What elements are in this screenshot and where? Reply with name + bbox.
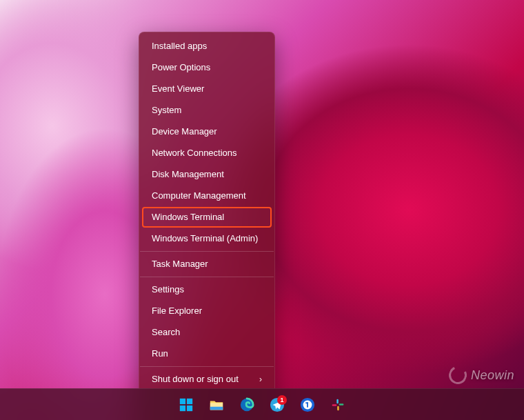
menu-item-system[interactable]: System — [142, 100, 272, 121]
svg-rect-3 — [187, 405, 192, 410]
svg-rect-13 — [339, 403, 344, 406]
menu-item-run[interactable]: Run — [142, 343, 272, 364]
menu-item-label: System — [152, 105, 181, 116]
svg-rect-14 — [337, 406, 339, 410]
taskbar-slack-button[interactable] — [325, 392, 351, 418]
svg-rect-12 — [336, 399, 339, 403]
menu-item-label: Power Options — [152, 62, 210, 73]
menu-item-file-explorer[interactable]: File Explorer — [142, 301, 272, 321]
menu-item-label: Run — [152, 348, 168, 359]
taskbar: 1 — [0, 388, 524, 420]
menu-separator — [140, 251, 274, 252]
menu-item-label: File Explorer — [152, 306, 202, 317]
menu-item-label: Windows Terminal — [152, 212, 224, 223]
edge-icon — [239, 397, 255, 413]
taskbar-start-button[interactable] — [173, 392, 199, 418]
svg-rect-0 — [180, 398, 185, 403]
start-icon — [178, 397, 194, 413]
telegram-icon: 1 — [269, 397, 285, 413]
menu-item-computer-management[interactable]: Computer Management — [142, 186, 272, 206]
menu-item-label: Task Manager — [152, 259, 208, 270]
svg-rect-5 — [210, 406, 223, 410]
menu-item-label: Shut down or sign out — [152, 374, 239, 385]
onepassword-icon — [299, 397, 316, 413]
menu-item-label: Installed apps — [152, 41, 207, 52]
menu-item-task-manager[interactable]: Task Manager — [142, 254, 272, 274]
menu-item-label: Windows Terminal (Admin) — [152, 233, 258, 244]
menu-item-label: Search — [152, 327, 180, 338]
menu-item-shut-down-or-sign-out[interactable]: Shut down or sign out› — [142, 369, 272, 390]
taskbar-onepassword-button[interactable] — [294, 392, 321, 418]
watermark-text: Neowin — [471, 368, 514, 383]
desktop-wallpaper[interactable]: Installed appsPower OptionsEvent ViewerS… — [0, 0, 524, 420]
file-explorer-icon — [208, 397, 225, 413]
menu-item-windows-terminal[interactable]: Windows Terminal — [142, 207, 272, 228]
menu-item-windows-terminal-admin[interactable]: Windows Terminal (Admin) — [142, 228, 272, 249]
svg-rect-1 — [187, 398, 192, 403]
notification-badge: 1 — [277, 395, 287, 405]
menu-item-label: Device Manager — [152, 126, 217, 137]
menu-item-installed-apps[interactable]: Installed apps — [142, 36, 272, 57]
menu-item-device-manager[interactable]: Device Manager — [142, 121, 272, 142]
menu-item-label: Event Viewer — [152, 83, 204, 94]
menu-item-network-connections[interactable]: Network Connections — [142, 143, 272, 163]
svg-rect-15 — [332, 404, 337, 406]
menu-item-label: Disk Management — [152, 169, 224, 180]
svg-rect-2 — [180, 405, 185, 410]
chevron-right-icon: › — [259, 374, 262, 385]
menu-item-label: Settings — [152, 284, 184, 295]
menu-item-settings[interactable]: Settings — [142, 279, 272, 300]
winx-context-menu: Installed appsPower OptionsEvent ViewerS… — [139, 32, 275, 419]
menu-separator — [140, 366, 274, 367]
menu-item-label: Computer Management — [152, 190, 246, 201]
svg-rect-11 — [305, 402, 308, 403]
menu-item-label: Network Connections — [152, 148, 237, 159]
slack-icon — [330, 397, 346, 413]
watermark: Neowin — [449, 366, 514, 384]
taskbar-file-explorer-button[interactable] — [203, 392, 230, 418]
swirl-icon — [446, 363, 469, 386]
menu-item-event-viewer[interactable]: Event Viewer — [142, 79, 272, 99]
taskbar-edge-button[interactable] — [234, 392, 260, 418]
menu-item-search[interactable]: Search — [142, 322, 272, 343]
taskbar-telegram-button[interactable]: 1 — [264, 392, 290, 418]
menu-separator — [140, 277, 274, 277]
menu-item-disk-management[interactable]: Disk Management — [142, 164, 272, 185]
menu-item-power-options[interactable]: Power Options — [142, 57, 272, 78]
